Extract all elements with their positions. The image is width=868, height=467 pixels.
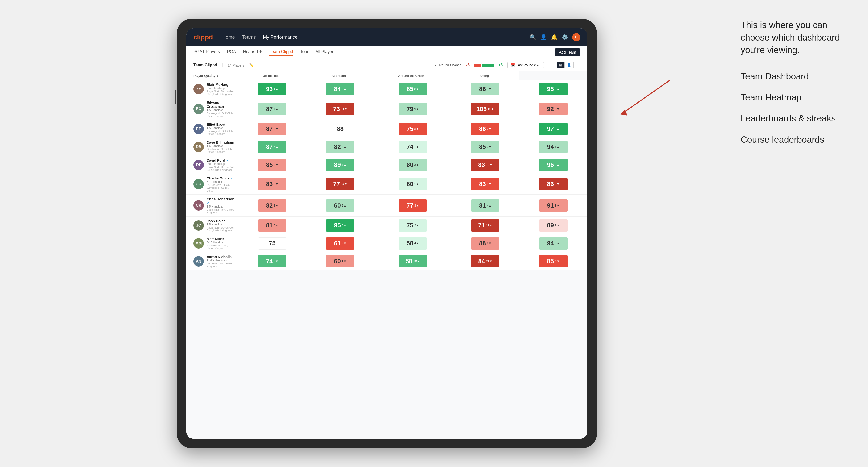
- user-icon[interactable]: 👤: [540, 34, 547, 40]
- search-icon[interactable]: 🔍: [530, 34, 536, 40]
- tee-cell-8[interactable]: 61 3▼: [306, 235, 374, 252]
- settings-icon[interactable]: ⚙️: [562, 34, 568, 40]
- approach-cell-6[interactable]: 77 3▼: [374, 195, 452, 217]
- around-green-cell-1[interactable]: 103 15▲: [451, 98, 519, 120]
- tee-cell-5[interactable]: 77 14▼: [306, 174, 374, 195]
- putting-cell-4[interactable]: 96 3▲: [519, 156, 587, 174]
- player-info: Chris Robertson ✓ 1-5 Handicap Craigmill…: [207, 197, 235, 214]
- view-list-button[interactable]: ☰: [549, 62, 557, 68]
- nav-performance[interactable]: My Performance: [263, 34, 298, 40]
- score-value: 83: [478, 161, 485, 168]
- score-value: 95: [547, 85, 554, 93]
- nav-home[interactable]: Home: [222, 34, 235, 40]
- player-name: Edward Crossman: [207, 100, 235, 108]
- tab-tour[interactable]: Tour: [300, 49, 308, 56]
- approach-cell-5[interactable]: 80 1▲: [374, 174, 452, 195]
- player-cell-1[interactable]: EC Edward Crossman 1-5 Handicap Sunningd…: [186, 98, 238, 120]
- tab-all-players[interactable]: All Players: [316, 49, 336, 56]
- tee-cell-1[interactable]: 73 11▼: [306, 98, 374, 120]
- quality-cell-0[interactable]: 93 4▲: [238, 80, 306, 98]
- quality-cell-5[interactable]: 83 3▼: [238, 174, 306, 195]
- avatar[interactable]: U: [572, 33, 580, 41]
- table-row: JC Josh Coles 1-5 Handicap Royal North D…: [186, 217, 587, 235]
- annotation-arrow: [604, 75, 675, 123]
- around-green-cell-2[interactable]: 86 6▼: [451, 120, 519, 138]
- tab-team-clippd[interactable]: Team Clippd: [269, 49, 293, 56]
- tee-cell-9[interactable]: 60 1▼: [306, 252, 374, 270]
- approach-cell-7[interactable]: 75 2▲: [374, 217, 452, 235]
- quality-cell-7[interactable]: 81 3▼: [238, 217, 306, 235]
- putting-cell-0[interactable]: 95 9▲: [519, 80, 587, 98]
- score-box: 61 3▼: [326, 237, 354, 250]
- player-cell-6[interactable]: CR Chris Robertson ✓ 1-5 Handicap Craigm…: [186, 195, 238, 217]
- around-green-cell-5[interactable]: 83 6▼: [451, 174, 519, 195]
- score-value: 94: [547, 143, 554, 151]
- player-club: Woburn Golf Club, United Kingdom: [207, 244, 235, 250]
- putting-cell-3[interactable]: 94 1▲: [519, 138, 587, 156]
- approach-cell-3[interactable]: 74 1▲: [374, 138, 452, 156]
- putting-cell-7[interactable]: 89 2▼: [519, 217, 587, 235]
- score-value: 88: [479, 240, 486, 247]
- approach-cell-8[interactable]: 58 4▲: [374, 235, 452, 252]
- player-avatar: DF: [193, 160, 204, 170]
- putting-cell-5[interactable]: 86 8▼: [519, 174, 587, 195]
- last-rounds-button[interactable]: 📅 Last Rounds: 20: [507, 62, 544, 68]
- putting-cell-6[interactable]: 91 3▼: [519, 195, 587, 217]
- player-name: Aaron Nicholls: [207, 255, 235, 259]
- approach-cell-0[interactable]: 85 8▲: [374, 80, 452, 98]
- putting-cell-9[interactable]: 85 4▼: [519, 252, 587, 270]
- tee-cell-0[interactable]: 84 6▲: [306, 80, 374, 98]
- col-around: Around the Green —: [374, 71, 452, 80]
- view-export-button[interactable]: ↓: [574, 62, 580, 68]
- quality-cell-8[interactable]: 75: [238, 235, 306, 252]
- score-value: 89: [547, 222, 554, 229]
- player-cell-0[interactable]: BM Blair McHarg Plus Handicap Royal Nort…: [186, 80, 238, 98]
- score-box: 96 3▲: [539, 159, 567, 171]
- tab-pgat[interactable]: PGAT Players: [193, 49, 220, 56]
- nav-teams[interactable]: Teams: [242, 34, 256, 40]
- putting-cell-2[interactable]: 97 5▲: [519, 120, 587, 138]
- score-box: 84 21▼: [471, 255, 499, 268]
- view-person-button[interactable]: 👤: [565, 62, 574, 68]
- around-green-cell-7[interactable]: 71 11▼: [451, 217, 519, 235]
- player-cell-7[interactable]: JC Josh Coles 1-5 Handicap Royal North D…: [186, 217, 238, 235]
- approach-cell-1[interactable]: 79 9▲: [374, 98, 452, 120]
- player-cell-8[interactable]: MM Matt Miller 6-10 Handicap Woburn Golf…: [186, 235, 238, 252]
- tee-cell-4[interactable]: 89 7▲: [306, 156, 374, 174]
- tee-cell-3[interactable]: 82 4▲: [306, 138, 374, 156]
- around-green-cell-6[interactable]: 81 4▲: [451, 195, 519, 217]
- add-team-button[interactable]: Add Team: [555, 49, 580, 56]
- putting-cell-1[interactable]: 92 3▼: [519, 98, 587, 120]
- quality-cell-3[interactable]: 87 4▲: [238, 138, 306, 156]
- view-grid-button[interactable]: ⊞: [557, 62, 565, 68]
- player-info: Blair McHarg Plus Handicap Royal North D…: [207, 83, 235, 96]
- around-green-cell-3[interactable]: 85 3▼: [451, 138, 519, 156]
- quality-cell-9[interactable]: 74 8▼: [238, 252, 306, 270]
- approach-cell-9[interactable]: 58 10▲: [374, 252, 452, 270]
- player-cell-4[interactable]: DF David Ford ✓ Plus Handicap Royal Nort…: [186, 156, 238, 174]
- player-cell-3[interactable]: DB Dave Billingham 1-5 Handicap Gog Mago…: [186, 138, 238, 156]
- player-cell-9[interactable]: AN Aaron Nicholls 11-15 Handicap Drift G…: [186, 252, 238, 270]
- edit-icon[interactable]: ✏️: [249, 63, 254, 67]
- approach-cell-4[interactable]: 80 3▲: [374, 156, 452, 174]
- putting-cell-8[interactable]: 94 3▲: [519, 235, 587, 252]
- around-green-cell-4[interactable]: 83 10▼: [451, 156, 519, 174]
- tee-cell-2[interactable]: 88: [306, 120, 374, 138]
- table-row: BM Blair McHarg Plus Handicap Royal Nort…: [186, 80, 587, 98]
- around-green-cell-8[interactable]: 88 2▼: [451, 235, 519, 252]
- quality-cell-1[interactable]: 87 1▲: [238, 98, 306, 120]
- quality-cell-4[interactable]: 85 3▼: [238, 156, 306, 174]
- player-cell-5[interactable]: CQ Charlie Quick ✓ 6-10 Handicap St. Geo…: [186, 174, 238, 195]
- bell-icon[interactable]: 🔔: [551, 34, 557, 40]
- tab-hcaps[interactable]: Hcaps 1-5: [243, 49, 262, 56]
- around-green-cell-0[interactable]: 88 1▼: [451, 80, 519, 98]
- tab-pga[interactable]: PGA: [227, 49, 236, 56]
- around-green-cell-9[interactable]: 84 21▼: [451, 252, 519, 270]
- tee-cell-6[interactable]: 60 2▲: [306, 195, 374, 217]
- quality-cell-6[interactable]: 82 3▼: [238, 195, 306, 217]
- player-cell-2[interactable]: EE Elliot Ebert 1-5 Handicap Sunningdale…: [186, 120, 238, 138]
- score-box: 77 14▼: [326, 178, 354, 190]
- approach-cell-2[interactable]: 75 3▼: [374, 120, 452, 138]
- quality-cell-2[interactable]: 87 3▼: [238, 120, 306, 138]
- tee-cell-7[interactable]: 95 8▲: [306, 217, 374, 235]
